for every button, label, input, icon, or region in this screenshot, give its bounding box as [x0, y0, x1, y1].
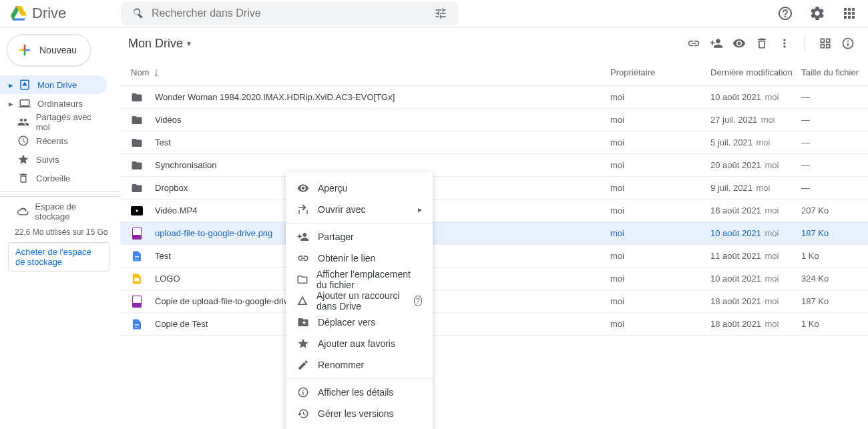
- context-menu-item[interactable]: Gérer les versions: [286, 403, 433, 424]
- history-icon: [296, 407, 310, 420]
- grid-view-icon[interactable]: [819, 37, 832, 50]
- menu-item-label: Afficher les détails: [318, 387, 393, 398]
- chevron-right-icon: ▸: [7, 99, 15, 109]
- file-size: 207 Ko: [801, 205, 868, 216]
- file-row[interactable]: Copie de upload-file-to-google-drive.png…: [120, 290, 868, 313]
- column-name[interactable]: Nom↓: [131, 65, 610, 79]
- file-size: 1 Ko: [801, 319, 868, 329]
- context-menu-item[interactable]: Créer une copie: [286, 424, 433, 429]
- image-icon: [131, 228, 143, 240]
- person-add-icon: [296, 230, 310, 244]
- file-row[interactable]: Testmoi11 août 2021 moi1 Ko: [120, 245, 868, 268]
- list-header: Nom↓ Propriétaire Dernière modification …: [120, 59, 868, 86]
- column-owner[interactable]: Propriétaire: [610, 67, 710, 77]
- move-icon: [296, 316, 310, 329]
- file-row[interactable]: Testmoi5 juil. 2021 moi—: [120, 131, 868, 154]
- sidebar-item-trash[interactable]: Corbeille: [0, 169, 107, 187]
- context-menu-item[interactable]: Aperçu: [286, 177, 433, 199]
- chevron-down-icon: ▼: [186, 40, 192, 47]
- nav-label: Partagés avec moi: [36, 112, 107, 132]
- column-modified[interactable]: Dernière modification: [710, 67, 801, 77]
- trash-icon[interactable]: [755, 37, 769, 50]
- sidebar-item-drive[interactable]: ▸Mon Drive: [0, 75, 107, 94]
- file-owner: moi: [610, 183, 710, 193]
- help-icon[interactable]: [772, 0, 799, 27]
- content-area: Mon Drive ▼ Nom↓ Propriétaire Dernière m…: [120, 27, 868, 429]
- context-menu-item[interactable]: Obtenir le lien: [286, 248, 433, 269]
- menu-item-label: Gérer les versions: [318, 408, 394, 419]
- context-menu: AperçuOuvrir avec▸PartagerObtenir le lie…: [286, 172, 433, 429]
- person-add-icon[interactable]: [710, 37, 723, 50]
- info-icon: [296, 386, 310, 399]
- plus-icon: [17, 42, 33, 58]
- docs-icon: [131, 318, 143, 330]
- settings-icon[interactable]: [804, 0, 831, 27]
- sidebar-item-clock[interactable]: Récents: [0, 131, 107, 150]
- file-row[interactable]: Synchronisationmoi20 août 2021 moi—: [120, 154, 868, 177]
- file-owner: moi: [610, 205, 710, 216]
- file-row[interactable]: Wonder Woman 1984.2020.IMAX.HDRip.XviD.A…: [120, 86, 868, 109]
- menu-item-label: Déplacer vers: [318, 317, 375, 328]
- eye-icon: [296, 181, 310, 195]
- breadcrumb[interactable]: Mon Drive ▼: [124, 35, 196, 52]
- menu-item-label: Renommer: [318, 360, 364, 370]
- context-menu-item[interactable]: Renommer: [286, 354, 433, 376]
- context-menu-item[interactable]: Ouvrir avec▸: [286, 199, 433, 220]
- context-menu-item[interactable]: Afficher l'emplacement du fichier: [286, 269, 433, 290]
- file-row[interactable]: Dropboxmoi9 juil. 2021 moi—: [120, 177, 868, 199]
- file-row[interactable]: LOGOmoi10 août 2021 moi324 Ko: [120, 268, 868, 290]
- new-button-label: Nouveau: [39, 45, 77, 55]
- context-menu-item[interactable]: Ajouter aux favoris: [286, 333, 433, 354]
- file-size: 1 Ko: [801, 251, 868, 261]
- file-size: —: [801, 183, 868, 193]
- file-owner: moi: [610, 160, 710, 170]
- file-date: 10 août 2021 moi: [710, 274, 801, 284]
- rename-icon: [296, 358, 310, 372]
- storage-label: Espace de stockage: [35, 201, 107, 222]
- clock-icon: [17, 135, 29, 147]
- header-right: [772, 0, 863, 27]
- file-row[interactable]: Vidéosmoi27 juil. 2021 moi—: [120, 109, 868, 131]
- search-bar[interactable]: [121, 1, 458, 25]
- context-menu-item[interactable]: Afficher les détails: [286, 382, 433, 403]
- chevron-right-icon: ▸: [7, 80, 15, 90]
- slides-icon: [131, 273, 143, 285]
- file-name: Synchronisation: [155, 160, 610, 170]
- sidebar-item-computer[interactable]: ▸Ordinateurs: [0, 94, 107, 113]
- storage-buy-button[interactable]: Acheter de l'espace de stockage: [8, 242, 110, 272]
- file-date: 16 août 2021 moi: [710, 205, 801, 216]
- star-icon: [296, 337, 310, 350]
- tune-icon[interactable]: [434, 7, 447, 20]
- docs-icon: [131, 250, 143, 262]
- column-size[interactable]: Taille du fichier: [801, 67, 868, 77]
- file-owner: moi: [610, 115, 710, 125]
- sidebar-item-people[interactable]: Partagés avec moi: [0, 113, 107, 131]
- context-menu-item[interactable]: Ajouter un raccourci dans Drive?: [286, 290, 433, 312]
- sort-arrow-icon: ↓: [153, 65, 159, 79]
- file-owner: moi: [610, 92, 710, 102]
- sidebar-item-storage[interactable]: Espace de stockage: [0, 202, 107, 221]
- search-input[interactable]: [152, 7, 427, 19]
- file-row[interactable]: Copie de Testmoi18 août 2021 moi1 Ko: [120, 313, 868, 336]
- more-icon[interactable]: [778, 37, 791, 50]
- menu-item-label: Ouvrir avec: [318, 204, 366, 215]
- preview-icon[interactable]: [732, 37, 746, 50]
- file-row[interactable]: upload-file-to-google-drive.pngmoi10 aoû…: [120, 222, 868, 245]
- context-menu-item[interactable]: Partager: [286, 226, 433, 248]
- logo-area[interactable]: Drive: [11, 5, 121, 22]
- info-icon[interactable]: [841, 37, 855, 50]
- file-size: 187 Ko: [801, 228, 868, 238]
- menu-item-label: Partager: [318, 232, 354, 242]
- link-icon: [296, 252, 310, 265]
- new-button[interactable]: Nouveau: [7, 34, 91, 66]
- drive-add-icon: [296, 294, 308, 308]
- help-icon: ?: [414, 296, 422, 306]
- folder-icon: [131, 182, 143, 194]
- breadcrumb-label: Mon Drive: [128, 37, 183, 51]
- link-icon[interactable]: [687, 37, 700, 50]
- apps-icon[interactable]: [836, 0, 863, 27]
- file-row[interactable]: Vidéo.MP4moi16 août 2021 moi207 Ko: [120, 199, 868, 222]
- sidebar-item-star[interactable]: Suivis: [0, 150, 107, 169]
- folder-icon: [131, 159, 143, 171]
- context-menu-item[interactable]: Déplacer vers: [286, 312, 433, 333]
